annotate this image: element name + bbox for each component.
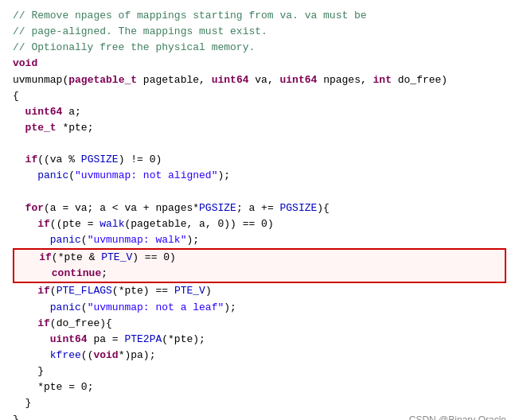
code-line: // Remove npages of mappings starting fr… <box>13 8 506 24</box>
code-line <box>13 136 506 152</box>
code-line: if((pte = walk(pagetable, a, 0)) == 0) <box>13 216 506 232</box>
code-line: } <box>13 395 506 411</box>
code-block: // Remove npages of mappings starting fr… <box>13 8 506 420</box>
code-line: for(a = va; a < va + npages*PGSIZE; a +=… <box>13 200 506 216</box>
code-line: if(do_free){ <box>13 316 506 332</box>
code-line: if(*pte & PTE_V) == 0) <box>13 248 506 266</box>
code-line: panic("uvmunmap: walk"); <box>13 232 506 248</box>
code-line: if(PTE_FLAGS(*pte) == PTE_V) <box>13 283 506 299</box>
watermark: CSDN @Binary Oracle <box>409 413 506 420</box>
code-line: *pte = 0; <box>13 379 506 395</box>
code-line: if((va % PGSIZE) != 0) <box>13 152 506 168</box>
code-line <box>13 185 506 200</box>
code-line: uint64 pa = PTE2PA(*pte); <box>13 332 506 348</box>
code-container: // Remove npages of mappings starting fr… <box>0 0 519 420</box>
code-line: kfree((void*)pa); <box>13 348 506 364</box>
code-line: } <box>13 364 506 379</box>
code-line: // page-aligned. The mappings must exist… <box>13 24 506 40</box>
code-line: panic("uvmunmap: not aligned"); <box>13 168 506 184</box>
code-line: void <box>13 56 506 72</box>
code-line: uvmunmap(pagetable_t pagetable, uint64 v… <box>13 72 506 88</box>
code-line: // Optionally free the physical memory. <box>13 40 506 56</box>
code-line: { <box>13 88 506 104</box>
code-line: uint64 a; <box>13 104 506 120</box>
code-line: panic("uvmunmap: not a leaf"); <box>13 300 506 316</box>
code-line: continue; <box>13 266 506 283</box>
code-line: pte_t *pte; <box>13 120 506 136</box>
